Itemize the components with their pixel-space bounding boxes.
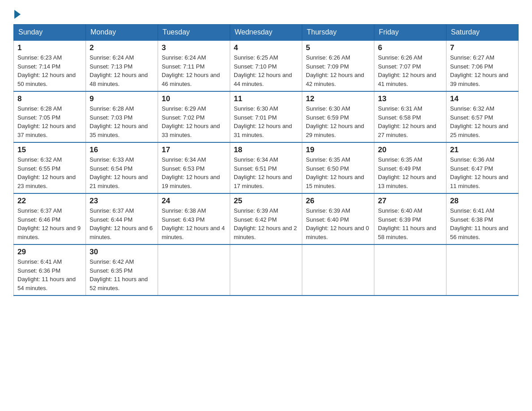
- calendar-cell: 8 Sunrise: 6:28 AM Sunset: 7:05 PM Dayli…: [14, 91, 86, 142]
- day-info: Sunrise: 6:36 AM Sunset: 6:47 PM Dayligh…: [450, 155, 515, 190]
- sunset-label: Sunset: 6:43 PM: [162, 216, 205, 223]
- calendar-cell: 5 Sunrise: 6:26 AM Sunset: 7:09 PM Dayli…: [302, 40, 374, 91]
- day-info: Sunrise: 6:41 AM Sunset: 6:36 PM Dayligh…: [17, 257, 82, 292]
- calendar-cell: 3 Sunrise: 6:24 AM Sunset: 7:11 PM Dayli…: [158, 40, 230, 91]
- day-number: 11: [234, 94, 298, 103]
- sunset-label: Sunset: 7:01 PM: [234, 114, 277, 121]
- daylight-label: Daylight: 12 hours and 6 minutes.: [90, 225, 153, 240]
- daylight-label: Daylight: 12 hours and 37 minutes.: [17, 123, 76, 138]
- day-info: Sunrise: 6:38 AM Sunset: 6:43 PM Dayligh…: [162, 206, 226, 241]
- day-info: Sunrise: 6:31 AM Sunset: 6:58 PM Dayligh…: [378, 104, 442, 139]
- sunrise-label: Sunrise: 6:26 AM: [306, 54, 350, 61]
- sunrise-label: Sunrise: 6:41 AM: [17, 258, 62, 265]
- calendar-cell: 14 Sunrise: 6:32 AM Sunset: 6:57 PM Dayl…: [446, 91, 519, 142]
- calendar-cell: 6 Sunrise: 6:26 AM Sunset: 7:07 PM Dayli…: [374, 40, 446, 91]
- day-number: 4: [234, 43, 298, 52]
- sunset-label: Sunset: 7:11 PM: [162, 63, 205, 70]
- day-number: 10: [162, 94, 226, 103]
- sunset-label: Sunset: 6:53 PM: [162, 165, 205, 172]
- day-info: Sunrise: 6:34 AM Sunset: 6:53 PM Dayligh…: [162, 155, 226, 190]
- day-number: 8: [17, 94, 82, 103]
- sunrise-label: Sunrise: 6:27 AM: [450, 54, 494, 61]
- day-info: Sunrise: 6:34 AM Sunset: 6:51 PM Dayligh…: [234, 155, 298, 190]
- sunset-label: Sunset: 6:54 PM: [90, 165, 133, 172]
- calendar-cell: [158, 244, 230, 295]
- day-number: 14: [450, 94, 515, 103]
- sunrise-label: Sunrise: 6:42 AM: [90, 258, 134, 265]
- sunset-label: Sunset: 6:55 PM: [17, 165, 60, 172]
- calendar-cell: 20 Sunrise: 6:35 AM Sunset: 6:49 PM Dayl…: [374, 142, 446, 193]
- day-info: Sunrise: 6:33 AM Sunset: 6:54 PM Dayligh…: [90, 155, 154, 190]
- sunrise-label: Sunrise: 6:29 AM: [162, 105, 206, 112]
- daylight-label: Daylight: 11 hours and 54 minutes.: [17, 276, 76, 291]
- daylight-label: Daylight: 12 hours and 23 minutes.: [17, 174, 76, 189]
- sunrise-label: Sunrise: 6:40 AM: [378, 207, 422, 214]
- calendar-cell: [446, 244, 519, 295]
- calendar-cell: 15 Sunrise: 6:32 AM Sunset: 6:55 PM Dayl…: [14, 142, 86, 193]
- logo: [13, 9, 21, 17]
- day-info: Sunrise: 6:35 AM Sunset: 6:49 PM Dayligh…: [378, 155, 442, 190]
- calendar-cell: 18 Sunrise: 6:34 AM Sunset: 6:51 PM Dayl…: [230, 142, 302, 193]
- daylight-label: Daylight: 12 hours and 21 minutes.: [90, 174, 148, 189]
- day-number: 19: [306, 146, 370, 154]
- sunset-label: Sunset: 7:13 PM: [90, 63, 133, 70]
- day-info: Sunrise: 6:30 AM Sunset: 7:01 PM Dayligh…: [234, 104, 298, 139]
- day-info: Sunrise: 6:24 AM Sunset: 7:11 PM Dayligh…: [162, 53, 226, 88]
- sunrise-label: Sunrise: 6:35 AM: [378, 156, 422, 163]
- sunrise-label: Sunrise: 6:32 AM: [450, 105, 494, 112]
- day-number: 21: [450, 146, 515, 154]
- sunrise-label: Sunrise: 6:28 AM: [17, 105, 62, 112]
- daylight-label: Daylight: 12 hours and 42 minutes.: [306, 72, 364, 87]
- sunset-label: Sunset: 7:02 PM: [162, 114, 205, 121]
- col-header-thursday: Thursday: [302, 25, 374, 41]
- calendar-cell: 27 Sunrise: 6:40 AM Sunset: 6:39 PM Dayl…: [374, 193, 446, 244]
- sunset-label: Sunset: 7:09 PM: [306, 63, 349, 70]
- sunrise-label: Sunrise: 6:39 AM: [306, 207, 350, 214]
- daylight-label: Daylight: 12 hours and 50 minutes.: [17, 72, 76, 87]
- calendar-cell: 1 Sunrise: 6:23 AM Sunset: 7:14 PM Dayli…: [14, 40, 86, 91]
- day-info: Sunrise: 6:40 AM Sunset: 6:39 PM Dayligh…: [378, 206, 442, 241]
- sunset-label: Sunset: 6:49 PM: [378, 165, 421, 172]
- day-number: 6: [378, 43, 442, 52]
- day-info: Sunrise: 6:42 AM Sunset: 6:35 PM Dayligh…: [90, 257, 154, 292]
- day-info: Sunrise: 6:28 AM Sunset: 7:03 PM Dayligh…: [90, 104, 154, 139]
- calendar-cell: 2 Sunrise: 6:24 AM Sunset: 7:13 PM Dayli…: [86, 40, 158, 91]
- daylight-label: Daylight: 12 hours and 2 minutes.: [234, 225, 297, 240]
- daylight-label: Daylight: 12 hours and 17 minutes.: [234, 174, 292, 189]
- day-info: Sunrise: 6:39 AM Sunset: 6:40 PM Dayligh…: [306, 206, 370, 241]
- sunset-label: Sunset: 6:40 PM: [306, 216, 349, 223]
- calendar-cell: 12 Sunrise: 6:30 AM Sunset: 6:59 PM Dayl…: [302, 91, 374, 142]
- calendar-cell: [302, 244, 374, 295]
- day-info: Sunrise: 6:32 AM Sunset: 6:55 PM Dayligh…: [17, 155, 82, 190]
- sunset-label: Sunset: 6:47 PM: [450, 165, 493, 172]
- day-info: Sunrise: 6:39 AM Sunset: 6:42 PM Dayligh…: [234, 206, 298, 241]
- daylight-label: Daylight: 12 hours and 44 minutes.: [234, 72, 292, 87]
- sunset-label: Sunset: 6:36 PM: [17, 267, 60, 274]
- calendar-cell: 28 Sunrise: 6:41 AM Sunset: 6:38 PM Dayl…: [446, 193, 519, 244]
- sunset-label: Sunset: 6:42 PM: [234, 216, 277, 223]
- calendar-cell: [230, 244, 302, 295]
- sunset-label: Sunset: 6:46 PM: [17, 216, 60, 223]
- sunrise-label: Sunrise: 6:36 AM: [450, 156, 494, 163]
- daylight-label: Daylight: 12 hours and 0 minutes.: [306, 225, 369, 240]
- sunrise-label: Sunrise: 6:37 AM: [17, 207, 62, 214]
- sunset-label: Sunset: 7:14 PM: [17, 63, 60, 70]
- sunrise-label: Sunrise: 6:26 AM: [378, 54, 422, 61]
- daylight-label: Daylight: 11 hours and 56 minutes.: [450, 225, 508, 240]
- day-number: 15: [17, 146, 82, 154]
- daylight-label: Daylight: 12 hours and 11 minutes.: [450, 174, 508, 189]
- day-number: 20: [378, 146, 442, 154]
- day-number: 28: [450, 197, 515, 206]
- day-info: Sunrise: 6:37 AM Sunset: 6:44 PM Dayligh…: [90, 206, 154, 241]
- day-number: 25: [234, 197, 298, 206]
- day-number: 2: [90, 43, 154, 52]
- sunrise-label: Sunrise: 6:24 AM: [90, 54, 134, 61]
- sunset-label: Sunset: 6:50 PM: [306, 165, 349, 172]
- day-info: Sunrise: 6:26 AM Sunset: 7:07 PM Dayligh…: [378, 53, 442, 88]
- sunset-label: Sunset: 6:57 PM: [450, 114, 493, 121]
- sunrise-label: Sunrise: 6:24 AM: [162, 54, 206, 61]
- day-info: Sunrise: 6:24 AM Sunset: 7:13 PM Dayligh…: [90, 53, 154, 88]
- daylight-label: Daylight: 11 hours and 52 minutes.: [90, 276, 148, 291]
- sunrise-label: Sunrise: 6:23 AM: [17, 54, 62, 61]
- daylight-label: Daylight: 12 hours and 15 minutes.: [306, 174, 364, 189]
